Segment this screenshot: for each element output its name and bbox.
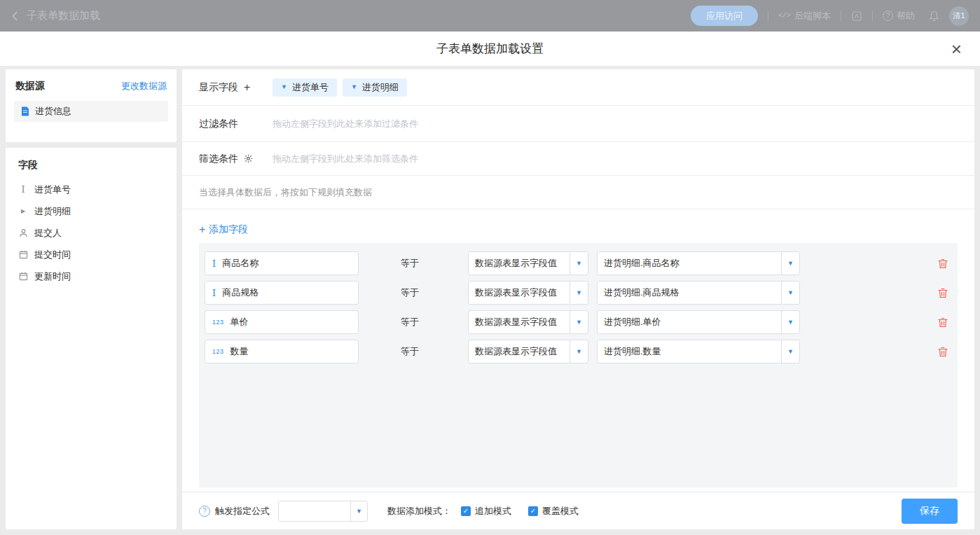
field-item-submit-time[interactable]: 提交时间 xyxy=(6,244,177,265)
overwrite-mode-label: 覆盖模式 xyxy=(542,505,579,517)
chip-label: 进货单号 xyxy=(292,81,329,94)
topbar-right: 应用访问 </> 后端脚本 ? 帮助 清1 xyxy=(691,6,969,26)
value-select-value: 进货明细.商品名称 xyxy=(598,252,781,275)
source-select[interactable]: 数据源表显示字段值 ▼ xyxy=(468,251,588,275)
source-select-value: 数据源表显示字段值 xyxy=(469,252,570,275)
field-item-label: 更新时间 xyxy=(34,270,71,283)
checkbox-checked-icon[interactable]: ✓ xyxy=(461,506,471,516)
modal-title: 子表单数据加载设置 xyxy=(436,41,544,57)
target-field-label: 商品名称 xyxy=(222,257,258,270)
user-icon xyxy=(18,228,28,237)
value-select[interactable]: 进货明细.数量 ▼ xyxy=(597,340,800,363)
text-field-icon: I xyxy=(212,288,216,298)
operator-label: 等于 xyxy=(401,316,468,328)
source-select[interactable]: 数据源表显示字段值 ▼ xyxy=(468,340,588,363)
help-button[interactable]: ? 帮助 xyxy=(883,10,915,22)
fields-panel: 字段 I 进货单号 ▶ 进货明细 提交人 xyxy=(6,148,177,529)
chevron-down-icon[interactable]: ▼ xyxy=(781,311,799,333)
chip-label: 进货明细 xyxy=(362,81,399,94)
bell-icon[interactable] xyxy=(929,11,939,22)
append-mode-label: 追加模式 xyxy=(475,505,511,517)
formula-select[interactable]: ▼ xyxy=(278,501,368,522)
avatar[interactable]: 清1 xyxy=(949,6,969,26)
field-item-submitter[interactable]: 提交人 xyxy=(6,222,177,244)
settings-panel: 显示字段 + ▼ 进货单号 ▼ 进货明细 过滤条件 xyxy=(182,69,974,529)
document-icon xyxy=(21,106,29,116)
value-select[interactable]: 进货明细.商品名称 ▼ xyxy=(597,251,800,275)
delete-rule-icon[interactable] xyxy=(938,347,948,357)
chevron-down-icon[interactable]: ▼ xyxy=(781,340,799,363)
app-root: 子表单数据加载 应用访问 </> 后端脚本 ? 帮助 清1 子表 xyxy=(0,0,980,535)
save-button[interactable]: 保存 xyxy=(902,499,958,524)
field-item-update-time[interactable]: 更新时间 xyxy=(6,265,177,287)
add-display-field-button[interactable]: + xyxy=(244,82,250,93)
datasource-item-label: 进货信息 xyxy=(35,105,71,118)
chevron-down-icon[interactable]: ▼ xyxy=(351,84,357,90)
rule-row: 123 单价 等于 数据源表显示字段值 ▼ 进货明细.单价 ▼ xyxy=(205,310,952,334)
target-field-box[interactable]: 123 数量 xyxy=(205,340,359,363)
chevron-down-icon[interactable]: ▼ xyxy=(781,282,799,304)
display-field-chip[interactable]: ▼ 进货单号 xyxy=(272,78,337,97)
backend-script-label: 后端脚本 xyxy=(794,10,831,22)
back-icon[interactable] xyxy=(11,11,18,22)
formula-help-icon[interactable]: ? xyxy=(199,506,210,517)
datasource-item[interactable]: 进货信息 xyxy=(14,101,168,122)
topbar-left: 子表单数据加载 xyxy=(11,9,100,22)
chevron-down-icon[interactable]: ▼ xyxy=(570,340,588,363)
chevron-down-icon[interactable]: ▼ xyxy=(781,252,799,275)
screening-condition-row[interactable]: 筛选条件 拖动左侧字段到此处来添加筛选条件 xyxy=(182,142,974,176)
backend-script-button[interactable]: </> 后端脚本 xyxy=(778,10,831,22)
number-field-icon: 123 xyxy=(212,348,224,355)
mode-label: 数据添加模式： xyxy=(387,505,451,517)
chevron-down-icon[interactable]: ▼ xyxy=(281,84,287,90)
chevron-down-icon[interactable]: ▼ xyxy=(570,311,588,333)
formula-select-value xyxy=(279,501,350,521)
delete-rule-icon[interactable] xyxy=(938,258,948,269)
help-label: 帮助 xyxy=(897,10,915,22)
text-field-icon: I xyxy=(212,258,216,269)
checkbox-checked-icon[interactable]: ✓ xyxy=(528,506,538,516)
target-field-box[interactable]: 123 单价 xyxy=(205,310,359,334)
value-select[interactable]: 进货明细.商品规格 ▼ xyxy=(597,281,800,305)
field-item-label: 进货明细 xyxy=(34,205,71,218)
rule-row: 123 数量 等于 数据源表显示字段值 ▼ 进货明细.数量 ▼ xyxy=(205,340,952,363)
plus-icon: + xyxy=(199,224,205,235)
app-access-button[interactable]: 应用访问 xyxy=(691,6,758,26)
append-mode-checkbox-group[interactable]: ✓ 追加模式 xyxy=(461,505,511,517)
field-item-label: 进货单号 xyxy=(34,183,71,196)
field-item-order-no[interactable]: I 进货单号 xyxy=(6,179,177,200)
target-field-box[interactable]: I 商品规格 xyxy=(205,281,359,305)
help-icon: ? xyxy=(883,11,893,21)
delete-rule-icon[interactable] xyxy=(938,317,948,328)
source-select[interactable]: 数据源表显示字段值 ▼ xyxy=(468,310,588,334)
rules-area: + 添加字段 I 商品名称 等于 数据源表显示字段值 ▼ xyxy=(182,209,974,492)
chevron-down-icon[interactable]: ▼ xyxy=(570,252,588,275)
bottom-bar: ? 触发指定公式 ▼ 数据添加模式： ✓ 追加模式 ✓ 覆盖模式 保存 xyxy=(182,492,974,529)
change-datasource-link[interactable]: 更改数据源 xyxy=(121,80,167,92)
target-field-box[interactable]: I 商品名称 xyxy=(205,251,359,275)
gear-icon[interactable] xyxy=(244,154,253,163)
field-item-detail[interactable]: ▶ 进货明细 xyxy=(6,200,177,222)
chevron-down-icon[interactable]: ▼ xyxy=(350,501,367,521)
value-select-value: 进货明细.单价 xyxy=(598,311,781,333)
code-icon: </> xyxy=(778,12,791,20)
add-field-button[interactable]: + 添加字段 xyxy=(199,223,248,236)
field-item-label: 提交时间 xyxy=(34,249,71,261)
chevron-down-icon[interactable]: ▼ xyxy=(570,282,588,304)
value-select[interactable]: 进货明细.单价 ▼ xyxy=(597,310,800,334)
app-square-icon[interactable] xyxy=(851,11,862,22)
calendar-icon xyxy=(18,272,28,281)
add-field-label: 添加字段 xyxy=(209,223,248,236)
divider xyxy=(841,11,841,21)
overwrite-mode-checkbox-group[interactable]: ✓ 覆盖模式 xyxy=(528,505,579,517)
source-select[interactable]: 数据源表显示字段值 ▼ xyxy=(468,281,588,305)
rule-row: I 商品名称 等于 数据源表显示字段值 ▼ 进货明细.商品名称 ▼ xyxy=(205,251,952,275)
operator-label: 等于 xyxy=(401,286,468,299)
topbar-title: 子表单数据加载 xyxy=(27,9,100,22)
filter-condition-label: 过滤条件 xyxy=(199,118,238,130)
delete-rule-icon[interactable] xyxy=(938,288,948,298)
display-field-chip[interactable]: ▼ 进货明细 xyxy=(343,78,407,97)
divider xyxy=(872,11,873,21)
close-icon[interactable]: × xyxy=(951,40,962,58)
filter-condition-row[interactable]: 过滤条件 拖动左侧字段到此处来添加过滤条件 xyxy=(182,106,974,142)
